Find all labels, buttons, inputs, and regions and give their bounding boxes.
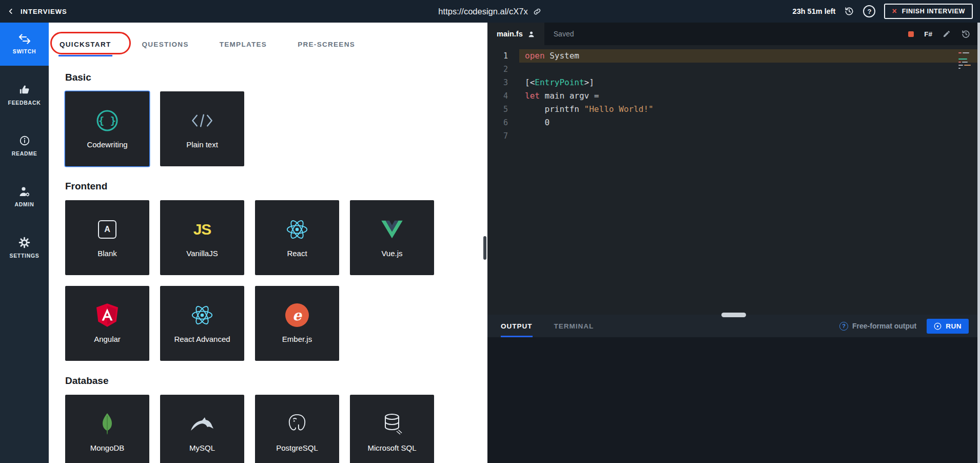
history-icon[interactable] (844, 6, 854, 16)
microsoft-sql-icon (382, 411, 402, 437)
back-to-interviews[interactable]: INTERVIEWS (7, 7, 67, 15)
sidebar-item-settings[interactable]: SETTINGS (0, 226, 49, 269)
finish-interview-button[interactable]: × FINISH INTERVIEW (884, 4, 973, 19)
console-tab-bar: OUTPUT TERMINAL ? Free-format output RUN (487, 315, 980, 337)
play-icon (934, 322, 942, 330)
line-number: 5 (487, 103, 519, 116)
code-token: printfn (525, 104, 584, 114)
file-tab-main-fs[interactable]: main.fs (487, 23, 544, 45)
code-line: 5 printfn "Hello World!" (487, 103, 980, 116)
gear-icon (18, 237, 30, 248)
tab-questions[interactable]: QUESTIONS (141, 41, 190, 56)
switch-arrows-icon (18, 34, 31, 44)
line-number: 1 (487, 49, 519, 63)
panel-scrollbar[interactable] (977, 23, 980, 463)
code-line: 6 0 (487, 116, 980, 129)
code-text: printfn "Hello World!" (519, 103, 980, 116)
output-console[interactable] (487, 337, 980, 463)
card-postgresql[interactable]: PostgreSQL (255, 395, 339, 463)
svg-text:{ }: { } (99, 115, 116, 126)
code-token: EntryPoint (535, 78, 584, 87)
tab-output[interactable]: OUTPUT (501, 315, 533, 337)
section-title-frontend: Frontend (65, 181, 466, 192)
share-url: https://codesign.al/cX7x (438, 7, 527, 16)
run-button[interactable]: RUN (927, 319, 969, 334)
console-resize-handle[interactable] (721, 313, 746, 317)
help-icon[interactable]: ? (863, 5, 875, 17)
react-icon (285, 217, 309, 242)
tab-templates[interactable]: TEMPLATES (219, 41, 268, 56)
codewriting-icon: { } (95, 108, 119, 133)
code-text: [<EntryPoint>] (519, 76, 980, 89)
code-text (519, 63, 980, 76)
sidebar-item-feedback[interactable]: FEEDBACK (0, 73, 49, 117)
code-line: 4 let main argv = (487, 89, 980, 103)
recording-indicator (908, 31, 914, 37)
filename-label: main.fs (497, 30, 523, 38)
code-line: 2 (487, 63, 980, 76)
mysql-dolphin-icon (190, 411, 214, 437)
card-mongodb[interactable]: MongoDB (65, 395, 149, 463)
red-x-icon: × (892, 7, 896, 15)
line-number: 2 (487, 63, 519, 76)
code-token: [< (525, 78, 535, 87)
language-selector[interactable]: F# (924, 30, 932, 38)
line-number: 3 (487, 76, 519, 89)
interviews-label: INTERVIEWS (21, 8, 67, 15)
history-icon[interactable] (961, 29, 971, 39)
editor-tools: F# (908, 29, 971, 39)
sidebar-item-switch[interactable]: SWITCH (0, 23, 49, 66)
card-react[interactable]: React (255, 200, 339, 275)
code-text: open System (519, 49, 980, 63)
postgresql-elephant-icon (287, 411, 307, 437)
panel-splitter[interactable] (482, 23, 487, 463)
vue-icon (381, 217, 403, 242)
section-title-basic: Basic (65, 72, 466, 83)
link-icon[interactable] (533, 7, 542, 16)
tab-quickstart[interactable]: QUICKSTART (58, 41, 112, 56)
code-token: main argv = (540, 91, 599, 101)
card-blank[interactable]: A Blank (65, 200, 149, 275)
code-line: 7 (487, 129, 980, 143)
editor-minimap[interactable] (958, 52, 973, 69)
question-icon[interactable]: ? (839, 322, 848, 331)
blank-document-icon: A (98, 217, 116, 242)
card-angular[interactable]: Angular (65, 286, 149, 361)
pencil-icon[interactable] (943, 30, 951, 38)
card-vanillajs[interactable]: JS VanillaJS (160, 200, 244, 275)
card-react-advanced[interactable]: React Advanced (160, 286, 244, 361)
console-tabs: OUTPUT TERMINAL (487, 315, 594, 337)
sidebar-item-admin[interactable]: ADMIN (0, 175, 49, 218)
mongodb-leaf-icon (102, 411, 112, 437)
code-text: let main argv = (519, 89, 980, 103)
top-nav-bar: INTERVIEWS https://codesign.al/cX7x 23h … (0, 0, 980, 23)
card-mysql[interactable]: MySQL (160, 395, 244, 463)
code-token: 0 (525, 118, 550, 127)
tab-terminal[interactable]: TERMINAL (554, 315, 594, 337)
sidebar-item-readme[interactable]: README (0, 124, 49, 167)
card-vuejs[interactable]: Vue.js (350, 200, 434, 275)
chevron-left-icon (7, 7, 14, 15)
save-status: Saved (554, 30, 574, 38)
section-title-database: Database (65, 375, 466, 387)
splitter-handle[interactable] (483, 236, 486, 260)
react-icon (190, 302, 214, 328)
code-editor[interactable]: 1 open System 2 3 [<EntryPoint>] 4 let m… (487, 45, 980, 315)
frontend-card-grid: A Blank JS VanillaJS React Vue.js (65, 200, 455, 361)
card-microsoft-sql[interactable]: Microsoft SQL (350, 395, 434, 463)
card-codewriting[interactable]: { } Codewriting (65, 91, 149, 166)
code-token: let (525, 91, 540, 101)
basic-card-grid: { } Codewriting Plain text (65, 91, 455, 166)
card-plain-text[interactable]: Plain text (160, 91, 244, 166)
angular-icon (96, 302, 118, 328)
line-number: 4 (487, 89, 519, 103)
share-url-container: https://codesign.al/cX7x (438, 0, 541, 23)
line-number: 6 (487, 116, 519, 129)
card-emberjs[interactable]: e Ember.js (255, 286, 339, 361)
console-actions: ? Free-format output RUN (839, 319, 969, 334)
code-token: >] (584, 78, 594, 87)
quickstart-panel: QUICKSTART QUESTIONS TEMPLATES PRE-SCREE… (49, 23, 482, 463)
user-avatar-icon (527, 30, 535, 38)
tab-pre-screens[interactable]: PRE-SCREENS (297, 41, 356, 56)
code-text (519, 129, 980, 143)
